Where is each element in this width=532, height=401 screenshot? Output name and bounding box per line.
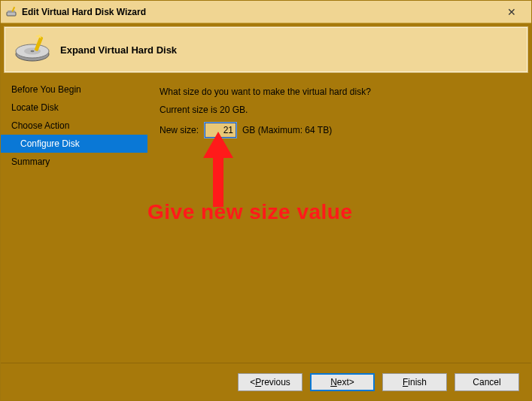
step-sidebar: Before You Begin Locate Disk Choose Acti… — [1, 76, 147, 363]
annotation-arrow-icon — [203, 132, 233, 209]
svg-marker-9 — [203, 132, 233, 207]
new-size-input[interactable] — [205, 123, 236, 138]
step-locate-disk[interactable]: Locate Disk — [1, 99, 147, 117]
svg-marker-8 — [35, 35, 41, 38]
annotation-text: Give new size value — [147, 200, 353, 224]
finish-button[interactable]: Finish — [382, 373, 447, 391]
window-title: Edit Virtual Hard Disk Wizard — [22, 7, 497, 17]
previous-button[interactable]: < Previous — [238, 373, 302, 391]
wizard-heading: Expand Virtual Hard Disk — [60, 44, 177, 56]
app-icon — [5, 6, 17, 18]
wizard-body: Before You Begin Locate Disk Choose Acti… — [1, 76, 531, 363]
hard-disk-icon — [14, 35, 51, 65]
button-bar: < Previous Next > Finish Cancel — [1, 363, 531, 400]
current-size-text: Current size is 20 GB. — [160, 105, 519, 115]
wizard-content: What size do you want to make the virtua… — [147, 76, 531, 363]
next-button[interactable]: Next > — [310, 373, 375, 391]
svg-point-6 — [31, 50, 35, 52]
step-configure-disk[interactable]: Configure Disk — [1, 135, 147, 153]
step-summary[interactable]: Summary — [1, 153, 147, 171]
step-choose-action[interactable]: Choose Action — [1, 117, 147, 135]
cancel-button[interactable]: Cancel — [454, 373, 519, 391]
titlebar: Edit Virtual Hard Disk Wizard ✕ — [1, 1, 531, 23]
close-button[interactable]: ✕ — [497, 6, 527, 18]
wizard-window: Edit Virtual Hard Disk Wizard ✕ Expand V… — [0, 0, 532, 401]
wizard-header: Expand Virtual Hard Disk — [4, 26, 528, 73]
step-before-you-begin[interactable]: Before You Begin — [1, 81, 147, 99]
new-size-label: New size: — [160, 125, 199, 135]
new-size-suffix: GB (Maximum: 64 TB) — [242, 125, 332, 135]
new-size-row: New size: GB (Maximum: 64 TB) — [160, 123, 519, 138]
prompt-text: What size do you want to make the virtua… — [160, 87, 519, 97]
svg-rect-1 — [8, 11, 15, 13]
